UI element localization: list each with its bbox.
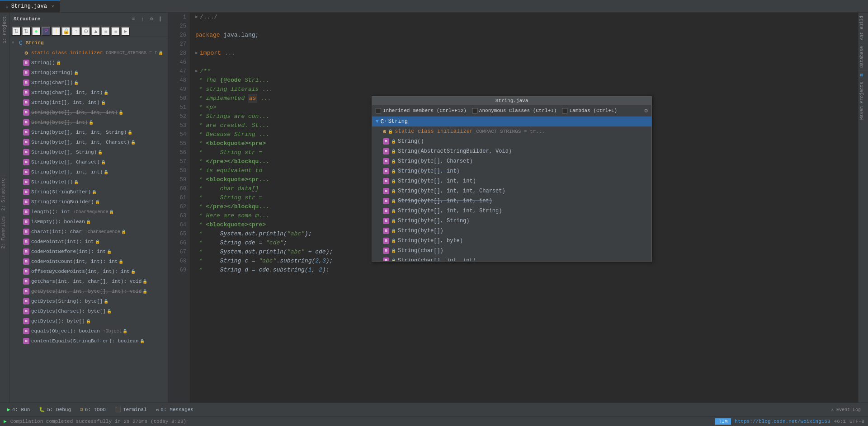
tree-item-22[interactable]: m getChars(int, int, char[], int): void … <box>10 276 168 286</box>
m-icon-4: m <box>383 178 389 184</box>
messages-tab[interactable]: ✉ 0: Messages <box>152 405 197 414</box>
filter-lambdas[interactable]: Lambdas (Ctrl+L) <box>562 108 617 113</box>
tree-item-26[interactable]: m getBytes(): byte[] 🔒 <box>10 316 168 326</box>
tree-item-2[interactable]: m String(char[]) 🔒 <box>10 78 168 88</box>
code-line-25 <box>195 22 853 31</box>
m-icon-7: m <box>383 208 389 214</box>
filter-btn[interactable]: ≡ <box>101 27 110 36</box>
popup-item-5[interactable]: m 🔒 String(byte[], int, int, Charset) <box>372 186 651 196</box>
tree-item-7[interactable]: m String(byte[], int, int, String) 🔒 <box>10 127 168 137</box>
popup-item-7[interactable]: m 🔒 String(byte[], int, int, String) <box>372 206 651 216</box>
sort-icon[interactable]: ≡ <box>130 15 137 23</box>
tree-item-12[interactable]: m String(byte[]) 🔒 <box>10 177 168 187</box>
popup-title-bar: String.java <box>372 97 651 105</box>
lock-icon-0: 🔒 <box>158 51 163 56</box>
lambdas-checkbox[interactable] <box>562 108 567 113</box>
tree-item-18[interactable]: m codePointAt(int): int 🔒 <box>10 237 168 247</box>
toggle-fields-btn[interactable]: ● <box>32 27 41 36</box>
tab-string-java[interactable]: ☕ String.java ✕ <box>0 0 60 12</box>
tree-item-static-init[interactable]: ⚙ static class initializer COMPACT_STRIN… <box>10 48 168 58</box>
popup-item-10[interactable]: m 🔒 String(byte[], byte) <box>372 236 651 246</box>
structure-vtab[interactable]: 2: Structure <box>0 175 7 213</box>
ant-build-tab[interactable]: Ant Build <box>859 13 868 43</box>
popup-item-8[interactable]: m 🔒 String(byte[], String) <box>372 216 651 226</box>
sort-type-btn[interactable]: ⇅ <box>22 27 31 36</box>
tree-item-21[interactable]: m offsetByCodePoints(int, int): int 🔒 <box>10 267 168 276</box>
tree-item-3[interactable]: m String(char[], int, int) 🔒 <box>10 88 168 98</box>
m-tab[interactable]: m <box>859 70 868 79</box>
expand-icon[interactable]: ↕ <box>139 15 146 23</box>
popup-item-0[interactable]: m 🔒 String() <box>372 136 651 146</box>
popup-item-11[interactable]: m 🔒 String(char[]) <box>372 246 651 256</box>
event-log-btn[interactable]: ⚠ Event Log <box>827 406 864 413</box>
tree-root-string[interactable]: ▼ C String <box>10 38 168 48</box>
popup-item-3[interactable]: m 🔒 String(byte[], int) <box>372 166 651 176</box>
inherited-checkbox[interactable] <box>376 108 381 113</box>
tree-item-24[interactable]: m getBytes(String): byte[] 🔒 <box>10 296 168 306</box>
tab-close-button[interactable]: ✕ <box>52 4 54 9</box>
tree-item-13[interactable]: m String(StringBuffer) 🔒 <box>10 187 168 197</box>
tree-item-1[interactable]: m String(String) 🔒 <box>10 68 168 78</box>
favorites-vtab[interactable]: 2: Favorites <box>0 213 7 251</box>
tree-item-11[interactable]: m String(byte[], int, int) 🔒 <box>10 167 168 177</box>
tree-item-17[interactable]: m charAt(int): char ↑CharSequence 🔒 <box>10 227 168 237</box>
messages-label: 0: Messages <box>160 407 193 412</box>
popup-settings-icon[interactable]: ⚙ <box>644 107 648 114</box>
tree-item-20[interactable]: m codePointCount(int, int): int 🔒 <box>10 257 168 267</box>
anonymous-checkbox[interactable] <box>472 108 477 113</box>
tree-item-28[interactable]: m contentEquals(StringBuffer): boolean 🔒 <box>10 336 168 346</box>
tree-item-10[interactable]: m String(byte[], Charset) 🔒 <box>10 157 168 167</box>
tree-item-0[interactable]: m String() 🔒 <box>10 58 168 68</box>
lock-11: 🔒 <box>391 248 396 253</box>
tree-item-25[interactable]: m getBytes(Charset): byte[] 🔒 <box>10 306 168 316</box>
tree-item-27[interactable]: m equals(Object): boolean ↑Object 🔒 <box>10 326 168 336</box>
encoding: UTF-8 <box>849 419 864 424</box>
project-tab-label[interactable]: 1: Project <box>1 13 8 47</box>
popup-item-4[interactable]: m 🔒 String(byte[], int, int) <box>372 176 651 186</box>
terminal-tab[interactable]: ⬛ Terminal <box>111 405 151 414</box>
fold-icon-47[interactable]: ▶ <box>195 67 198 76</box>
tree-item-6[interactable]: m String(byte[], int) 🔒 <box>10 117 168 127</box>
popup-item-string-class[interactable]: ▼ C • String <box>372 117 651 126</box>
expand-all-btn[interactable]: ↑ <box>71 27 80 36</box>
database-tab[interactable]: Database <box>859 43 868 70</box>
debug-tab[interactable]: 🐛 5: Debug <box>35 405 75 414</box>
url-link[interactable]: https://blog.csdn.net/woixing153 <box>735 419 830 424</box>
filter-anonymous[interactable]: Anonymous Classes (Ctrl+I) <box>472 108 557 113</box>
popup-item-6[interactable]: m 🔒 String(byte[], int, int, int) <box>372 196 651 206</box>
popup-item-static-init[interactable]: ⚙ 🔒 static class initializer COMPACT_STR… <box>372 126 651 136</box>
tree-item-9[interactable]: m String(byte[], String) 🔒 <box>10 147 168 157</box>
extra-btn[interactable]: ▸ <box>121 27 130 36</box>
toggle-public-btn[interactable]: P <box>42 27 51 36</box>
tree-item-5[interactable]: m String(byte[], int, int, int) 🔒 <box>10 108 168 117</box>
todo-tab[interactable]: ☑ 6: TODO <box>76 405 109 414</box>
sort-alpha-btn[interactable]: ⇅ <box>12 27 21 36</box>
pin-icon[interactable]: ∥ <box>157 15 164 23</box>
popup-item-1[interactable]: m 🔒 String(AbstractStringBuilder, Void) <box>372 146 651 156</box>
collapse-all-btn[interactable]: ⊙ <box>81 27 90 36</box>
fold-icon-28[interactable]: ▶ <box>195 49 198 58</box>
popup-item-2[interactable]: m 🔒 String(byte[], Charset) <box>372 156 651 166</box>
more-btn[interactable]: ≡ <box>111 27 120 36</box>
tree-item-14[interactable]: m String(StringBuilder) 🔒 <box>10 197 168 207</box>
tree-item-15[interactable]: m length(): int ↑CharSequence 🔒 <box>10 207 168 217</box>
fold-icon-1[interactable]: ▶ <box>195 13 198 22</box>
lock-5: 🔒 <box>391 189 396 194</box>
popup-text-8: String(byte[], String) <box>398 218 469 224</box>
settings-icon[interactable]: ⚙ <box>148 15 155 23</box>
popup-item-12[interactable]: m 🔒 String(char[], int, int) <box>372 256 651 261</box>
toggle-lock-btn[interactable]: 🔒 <box>61 27 71 36</box>
popup-item-9[interactable]: m 🔒 String(byte[]) <box>372 226 651 236</box>
tree-item-4[interactable]: m String(int[], int, int) 🔒 <box>10 98 168 108</box>
tree-item-23[interactable]: m getBytes(int, int, byte[], int): void … <box>10 286 168 296</box>
maven-tab[interactable]: Maven Projects <box>859 79 868 122</box>
lock-3: 🔒 <box>391 169 396 174</box>
tree-item-19[interactable]: m codePointBefore(int): int 🔒 <box>10 247 168 257</box>
tree-item-8[interactable]: m String(byte[], int, int, Charset) 🔒 <box>10 137 168 147</box>
username-badge[interactable]: TIM <box>715 418 731 425</box>
run-tab[interactable]: ▶ 4: Run <box>4 405 33 414</box>
navigate-btn[interactable]: ▲ <box>91 27 100 36</box>
tree-item-16[interactable]: m isEmpty(): boolean 🔒 <box>10 217 168 227</box>
toggle-info-btn[interactable]: i <box>52 27 61 36</box>
filter-inherited[interactable]: Inherited members (Ctrl+F12) <box>376 108 467 113</box>
